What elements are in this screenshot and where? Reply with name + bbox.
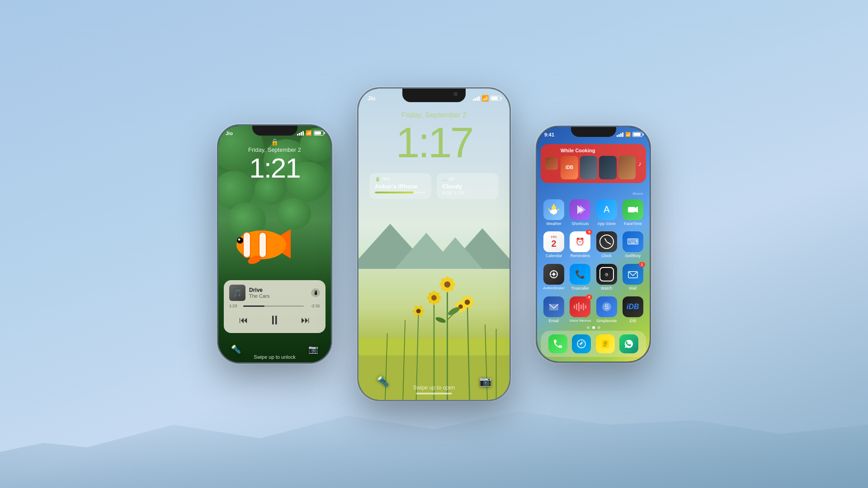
- now-playing-banner[interactable]: While Cooking iDB ♪: [541, 144, 646, 183]
- rewind-button[interactable]: ⏮: [236, 314, 252, 326]
- np-album-art: [545, 157, 558, 170]
- lock-icon: 🔒: [218, 138, 331, 145]
- svg-point-7: [238, 239, 241, 241]
- voicememos-app-icon: 8: [570, 296, 590, 317]
- cal-day: 2: [552, 239, 557, 248]
- clock-app-icon: [596, 231, 617, 252]
- music-artist: The Cars: [249, 293, 307, 299]
- authenticator-app-icon: [543, 264, 564, 285]
- app-voicememos[interactable]: 8 Voice Memos: [568, 296, 592, 324]
- album-3: [599, 156, 617, 179]
- svg-point-6: [237, 237, 243, 244]
- app-row-3: Authenticator 📞 Truecaller ◷: [541, 264, 646, 291]
- battery-label: 🔋 76%: [375, 177, 426, 182]
- svg-rect-64: [548, 209, 550, 211]
- swipe-bar: [416, 393, 452, 394]
- progress-fill: [243, 305, 264, 307]
- app-facetime[interactable]: FaceTime: [621, 199, 645, 226]
- mail-badge: 1: [639, 262, 645, 267]
- fast-forward-button[interactable]: ⏭: [297, 314, 314, 326]
- dock-whatsapp[interactable]: [617, 334, 641, 353]
- progress-bar[interactable]: [243, 305, 304, 307]
- watch-app-icon: ◷: [596, 264, 617, 285]
- dot-3: [598, 326, 600, 329]
- left-phone-screen: Jio 📶: [218, 126, 331, 362]
- music-section-label: Music: [633, 192, 643, 196]
- music-title: Drive: [249, 287, 307, 293]
- app-appstore[interactable]: A App Store: [595, 199, 618, 226]
- left-carrier: Jio: [226, 131, 233, 136]
- app-weather[interactable]: Weather: [542, 199, 566, 226]
- svg-rect-4: [259, 232, 266, 258]
- app-watch[interactable]: ◷ Watch: [595, 264, 618, 291]
- music-info: Drive The Cars: [249, 287, 307, 299]
- center-swipe-area: Swipe up to open: [359, 385, 509, 394]
- music-progress-row: 1:23 -2:31: [229, 304, 320, 308]
- album-1: iDB: [561, 156, 578, 179]
- right-home-background: 9:41 📶: [537, 127, 650, 361]
- flashlight-icon[interactable]: 🔦: [231, 344, 241, 354]
- dock-safari[interactable]: [570, 334, 593, 353]
- svg-rect-70: [628, 207, 635, 212]
- album-2: [580, 156, 598, 179]
- svg-marker-71: [635, 206, 638, 213]
- left-music-player[interactable]: 🎵 Drive The Cars 📱 1:23 -2:31: [224, 280, 326, 333]
- center-lock-date: Friday, September 2: [369, 111, 499, 119]
- camera-icon[interactable]: 📷: [308, 344, 318, 354]
- dot-1: [587, 326, 590, 329]
- app-email[interactable]: Email: [542, 296, 566, 324]
- battery-icon: [314, 131, 324, 136]
- reminders-badge: 5: [586, 230, 592, 235]
- app-reminders[interactable]: ⏰ 5 Reminders: [568, 231, 592, 258]
- idb-app-icon: iDB: [623, 296, 643, 317]
- simplenote-app-label: Simplenote: [596, 319, 617, 324]
- app-swiftkey[interactable]: ⌨ SwiftKey: [621, 231, 645, 258]
- app-simplenote[interactable]: S Simplenote: [595, 296, 618, 324]
- wildflowers-illustration: [359, 229, 509, 400]
- right-notch: [571, 127, 616, 137]
- svg-text:⏰: ⏰: [576, 237, 585, 246]
- left-swipe-hint: Swipe up to unlock: [218, 354, 331, 360]
- notes-app-icon: [596, 334, 615, 353]
- shortcuts-app-label: Shortcuts: [571, 221, 589, 226]
- app-row-2: FRI 2 Calendar ⏰ 5 Reminders: [541, 231, 646, 258]
- dock-phone[interactable]: [546, 334, 570, 353]
- weather-label: ☁️ 88°: [442, 177, 493, 182]
- app-auth[interactable]: Authenticator: [542, 264, 566, 291]
- right-phone-screen: 9:41 📶: [537, 127, 650, 361]
- app-idb[interactable]: iDB iDB: [621, 296, 645, 324]
- swiftkey-app-icon: ⌨: [623, 231, 643, 252]
- app-grid: Weather Shortcuts A App Sto: [541, 199, 646, 329]
- dock-notes[interactable]: [594, 334, 617, 353]
- reminders-app-icon: ⏰ 5: [570, 231, 590, 252]
- widgets-row: 🔋 76% Ankur's iPhone ☁️ 88° Cloudy H:89°…: [369, 173, 499, 199]
- app-calendar[interactable]: FRI 2 Calendar: [542, 231, 566, 258]
- center-lock-time: 1:17: [369, 121, 499, 164]
- phone-app-icon: [548, 334, 567, 353]
- lily-pad: [277, 198, 311, 230]
- battery-device: Ankur's iPhone: [375, 183, 426, 190]
- calendar-app-label: Calendar: [546, 253, 562, 258]
- pause-button[interactable]: ⏸: [264, 312, 284, 328]
- phones-container: Jio 📶: [217, 87, 651, 401]
- app-clock[interactable]: Clock: [595, 231, 618, 258]
- wifi-icon: 📶: [481, 95, 489, 102]
- svg-point-54: [416, 309, 421, 313]
- mail-app-icon: 1: [623, 264, 643, 285]
- watch-app-label: Watch: [601, 286, 612, 291]
- facetime-app-label: FaceTime: [624, 221, 642, 226]
- airplay-icon[interactable]: 📱: [311, 288, 320, 297]
- svg-rect-2: [243, 232, 250, 258]
- clock-app-label: Clock: [601, 253, 612, 258]
- idb-logo-text: iDB: [627, 303, 639, 311]
- reminders-app-label: Reminders: [571, 253, 590, 258]
- battery-fill: [375, 192, 414, 193]
- center-lock-content: Friday, September 2 1:17 🔋 76% Ankur's i…: [359, 111, 509, 199]
- center-phone-screen: Jio 📶: [359, 89, 509, 400]
- app-truecaller[interactable]: 📞 Truecaller: [568, 264, 592, 291]
- truecaller-app-icon: 📞: [570, 264, 590, 285]
- app-shortcuts[interactable]: Shortcuts: [568, 199, 592, 226]
- home-dock: [541, 331, 646, 357]
- idb-app-label: iDB: [630, 319, 637, 324]
- app-mail[interactable]: 1 Mail: [621, 264, 645, 291]
